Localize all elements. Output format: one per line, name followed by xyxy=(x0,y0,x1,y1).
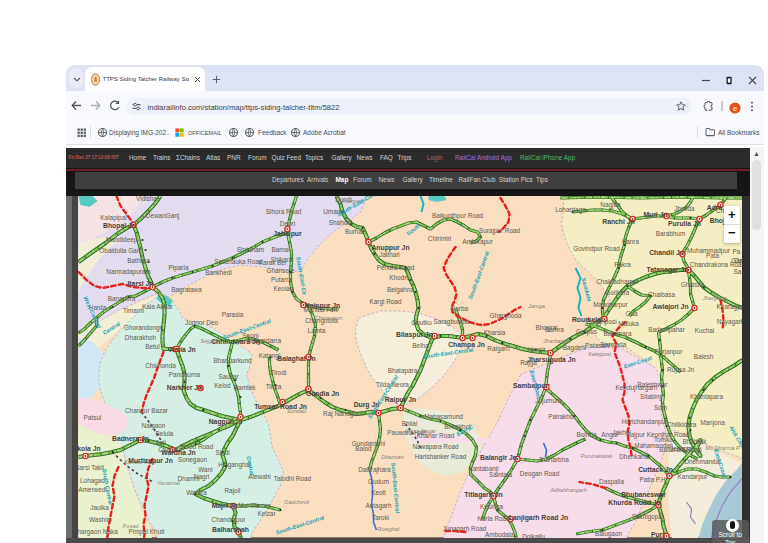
svg-text:Sa: Sa xyxy=(733,268,741,275)
svg-text:Rupsa Jn: Rupsa Jn xyxy=(667,366,694,374)
svg-text:Khurda Road Jn: Khurda Road Jn xyxy=(608,499,661,506)
svg-text:Buramara: Buramara xyxy=(603,330,632,337)
svg-text:Baripada: Baripada xyxy=(600,341,626,349)
svg-text:Chakradharpur: Chakradharpur xyxy=(596,278,640,286)
svg-text:Kesinga: Kesinga xyxy=(479,503,503,511)
svg-text:Govindpur Road: Govindpur Road xyxy=(573,245,620,253)
svg-text:Taroki: Taroki xyxy=(371,514,388,521)
svg-text:Balharshah: Balharshah xyxy=(211,526,248,533)
svg-text:Mo Dharma P: Mo Dharma P xyxy=(705,445,740,451)
svg-text:Ghorandongri: Ghorandongri xyxy=(123,324,162,332)
svg-text:Muri Jn: Muri Jn xyxy=(643,211,667,218)
svg-text:Amla Jn: Amla Jn xyxy=(169,346,195,353)
svg-text:Chandrapur: Chandrapur xyxy=(211,516,246,524)
svg-text:Nalgaon: Nalgaon xyxy=(141,422,165,430)
svg-text:Bagdehi: Bagdehi xyxy=(562,344,585,352)
svg-text:Dhamtari: Dhamtari xyxy=(381,454,404,460)
svg-text:Sakhigopal: Sakhigopal xyxy=(631,513,663,521)
svg-text:Kalejposi: Kalejposi xyxy=(588,351,611,357)
svg-text:Jhalida: Jhalida xyxy=(674,205,695,212)
svg-text:Kuchai: Kuchai xyxy=(694,327,714,334)
svg-text:Deogan Road: Deogan Road xyxy=(519,470,559,478)
svg-text:Gondia Jn: Gondia Jn xyxy=(305,390,338,397)
svg-text:Chirimiri: Chirimiri xyxy=(427,235,450,242)
svg-text:Bhograi: Bhograi xyxy=(535,324,557,332)
svg-text:Garpos: Garpos xyxy=(576,328,597,336)
svg-text:Maluka: Maluka xyxy=(618,320,639,327)
svg-text:Harishanker Road: Harishanker Road xyxy=(414,453,466,460)
svg-text:Purunakatak: Purunakatak xyxy=(580,453,613,459)
svg-text:Angul: Angul xyxy=(601,431,617,439)
svg-text:Tatanagar Jn: Tatanagar Jn xyxy=(646,266,688,274)
svg-text:Cuttack Jn: Cuttack Jn xyxy=(638,466,673,473)
svg-text:Patsul: Patsul xyxy=(83,414,101,421)
svg-text:Adhabhangarh: Adhabhangarh xyxy=(549,487,587,493)
svg-text:Bhadrak: Bhadrak xyxy=(682,438,707,445)
svg-text:Tilora: Tilora xyxy=(265,383,281,390)
svg-text:Kanra: Kanra xyxy=(621,238,638,245)
svg-text:Kalapipal: Kalapipal xyxy=(100,214,126,222)
svg-text:Belha: Belha xyxy=(412,342,429,349)
svg-text:Bamai: Bamai xyxy=(271,246,289,253)
svg-text:Deori: Deori xyxy=(279,220,294,227)
svg-text:Lanjigarh Road Jn: Lanjigarh Road Jn xyxy=(508,514,567,522)
svg-text:Pakra: Pakra xyxy=(614,261,631,268)
svg-text:Ghansore: Ghansore xyxy=(266,267,295,274)
svg-text:Badnera Jn: Badnera Jn xyxy=(111,435,148,442)
svg-text:Dhenkanal: Dhenkanal xyxy=(619,453,650,460)
svg-text:Raigarh: Raigarh xyxy=(487,345,510,353)
svg-text:Dhenmandal: Dhenmandal xyxy=(684,458,720,465)
svg-text:Kelzar: Kelzar xyxy=(257,510,276,517)
svg-text:Jamga: Jamga xyxy=(527,303,545,309)
svg-text:Gudum: Gudum xyxy=(368,478,389,485)
svg-text:Junnor Deo: Junnor Deo xyxy=(184,319,217,326)
svg-text:Keoti: Keoti xyxy=(371,489,386,496)
svg-text:Tirodi: Tirodi xyxy=(270,369,286,376)
svg-text:Nainpur Jn: Nainpur Jn xyxy=(304,302,340,310)
svg-text:Nagri: Nagri xyxy=(193,473,208,481)
svg-text:Salichauka Road: Salichauka Road xyxy=(214,258,263,265)
svg-text:Jhartarbha: Jhartarbha xyxy=(538,456,569,463)
svg-text:Dallirajhara: Dallirajhara xyxy=(358,466,391,474)
svg-text:Sausar: Sausar xyxy=(218,373,239,380)
svg-text:Sindi: Sindi xyxy=(215,449,229,456)
svg-text:Nagjua: Nagjua xyxy=(600,201,621,209)
svg-text:Chhindwara Jn: Chhindwara Jn xyxy=(211,338,260,345)
svg-text:Pendra Road: Pendra Road xyxy=(376,264,414,271)
svg-text:Nawapara Road: Nawapara Road xyxy=(412,443,459,451)
svg-text:Dharakhoh: Dharakhoh xyxy=(124,334,156,341)
svg-text:Keolari: Keolari xyxy=(273,285,293,292)
svg-text:Kharsia: Kharsia xyxy=(483,329,505,336)
svg-text:Badampahar: Badampahar xyxy=(648,326,685,334)
svg-text:Chandur Bazar: Chandur Bazar xyxy=(125,407,169,414)
svg-text:Putarra: Putarra xyxy=(271,276,292,283)
svg-text:Nagpur Jn: Nagpur Jn xyxy=(208,418,242,426)
svg-text:Sonegaon: Sonegaon xyxy=(177,456,207,464)
svg-text:Murtizapur Jn: Murtizapur Jn xyxy=(128,457,173,465)
svg-text:Pa: Pa xyxy=(732,248,740,255)
svg-text:Mandideep: Mandideep xyxy=(105,236,137,244)
svg-text:Anuppur Jn: Anuppur Jn xyxy=(371,244,409,252)
svg-text:Shikara: Shikara xyxy=(270,256,292,263)
svg-text:Rajoli: Rajoli xyxy=(224,487,240,495)
svg-text:Lohagad: Lohagad xyxy=(80,477,105,485)
svg-text:Mahamandali: Mahamandali xyxy=(634,442,672,449)
svg-text:Talodhi Road: Talodhi Road xyxy=(273,475,311,482)
svg-text:Junagarh Road: Junagarh Road xyxy=(442,525,486,533)
svg-text:Korba: Korba xyxy=(450,305,467,312)
svg-text:Khantapara: Khantapara xyxy=(689,393,722,401)
svg-text:Amerwedi: Amerwedi xyxy=(78,486,106,493)
svg-text:Raj Nandgaon: Raj Nandgaon xyxy=(323,410,364,418)
svg-text:DewanGanj: DewanGanj xyxy=(145,212,178,220)
svg-text:Golikera: Golikera xyxy=(605,289,629,296)
svg-text:Rourkela: Rourkela xyxy=(571,316,600,323)
svg-text:Barsi Takli: Barsi Takli xyxy=(78,464,104,471)
svg-text:Vidisha: Vidisha xyxy=(136,196,157,202)
svg-text:Jharbandh: Jharbandh xyxy=(542,338,569,344)
svg-text:Raipur Jn: Raipur Jn xyxy=(384,396,415,404)
svg-text:Bilaspur Jn: Bilaspur Jn xyxy=(395,331,432,339)
svg-text:Jaulka: Jaulka xyxy=(90,504,109,511)
svg-text:Manjona: Manjona xyxy=(700,419,725,427)
svg-text:Jharsuguda Jn: Jharsuguda Jn xyxy=(527,356,575,364)
svg-text:Itarsi Jn: Itarsi Jn xyxy=(127,280,153,287)
